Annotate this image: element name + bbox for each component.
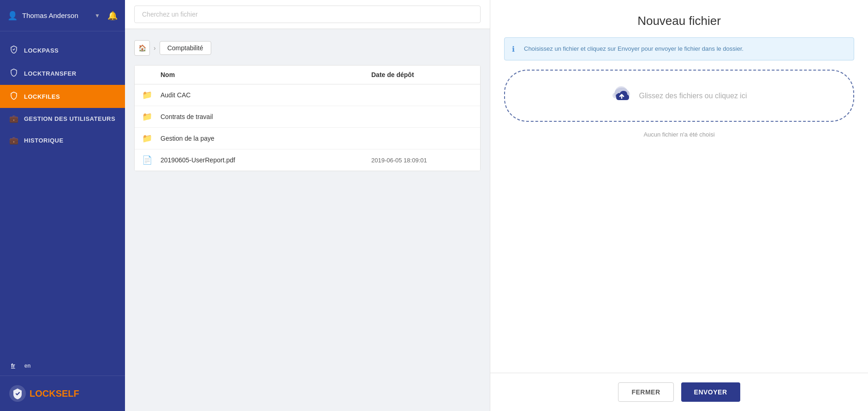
file-date: 2019-06-05 18:09:01 xyxy=(371,157,473,164)
breadcrumb-home-button[interactable]: 🏠 xyxy=(134,40,150,56)
file-name: Gestion de la paye xyxy=(161,135,371,142)
sidebar-item-gestion[interactable]: 💼 GESTION DES UTILISATEURS xyxy=(0,108,125,130)
no-file-text: Aucun fichier n'a été choisi xyxy=(490,131,868,138)
breadcrumb-current-folder[interactable]: Comptabilité xyxy=(160,41,211,55)
table-row[interactable]: 📁 Gestion de la paye xyxy=(135,128,480,149)
file-table-name-header: Nom xyxy=(161,71,371,78)
close-button[interactable]: FERMER xyxy=(618,382,673,402)
send-button[interactable]: ENVOYER xyxy=(681,382,740,402)
sidebar-item-lockpass[interactable]: LOCKPASS xyxy=(0,39,125,62)
table-row[interactable]: 📁 Contrats de travail xyxy=(135,106,480,128)
briefcase-icon: 💼 xyxy=(9,114,18,123)
chevron-down-icon: ▼ xyxy=(95,12,100,19)
upload-dropzone[interactable]: Glissez des fichiers ou cliquez ici xyxy=(504,70,854,122)
file-browser: 🏠 › Comptabilité Nom Date de dépôt 📁 Aud… xyxy=(125,29,490,411)
shield-files-icon xyxy=(9,91,18,101)
table-row[interactable]: 📁 Audit CAC xyxy=(135,84,480,106)
sidebar-item-gestion-label: GESTION DES UTILISATEURS xyxy=(24,115,115,122)
info-box: ℹ Choisissez un fichier et cliquez sur E… xyxy=(504,37,854,60)
info-icon: ℹ xyxy=(512,45,519,54)
folder-icon: 📁 xyxy=(142,90,161,100)
bell-icon[interactable]: 🔔 xyxy=(107,11,118,21)
main-content: 🏠 › Comptabilité Nom Date de dépôt 📁 Aud… xyxy=(125,0,490,411)
sidebar-logo: LOCKSELF xyxy=(0,375,125,411)
pdf-icon: 📄 xyxy=(142,155,161,165)
folder-icon: 📁 xyxy=(142,112,161,122)
sidebar-item-lockfiles[interactable]: LOCKFILES xyxy=(0,85,125,108)
file-table-header: Nom Date de dépôt xyxy=(135,66,480,84)
lang-switcher: fr en xyxy=(0,356,125,375)
folder-icon: 📁 xyxy=(142,133,161,143)
file-name: Audit CAC xyxy=(161,91,371,99)
history-icon: 💼 xyxy=(9,136,18,145)
lockself-logo-icon xyxy=(9,385,26,402)
panel-footer: FERMER ENVOYER xyxy=(490,373,868,411)
search-input[interactable] xyxy=(134,6,481,23)
upload-label: Glissez des fichiers ou cliquez ici xyxy=(639,92,747,100)
sidebar-item-locktransfer-label: LOCKTRANSFER xyxy=(24,70,77,77)
sidebar-item-lockfiles-label: LOCKFILES xyxy=(24,93,60,100)
sidebar-item-lockpass-label: LOCKPASS xyxy=(24,47,59,54)
file-table-date-header: Date de dépôt xyxy=(371,71,473,78)
shield-icon xyxy=(9,45,18,55)
sidebar-item-historique[interactable]: 💼 HISTORIQUE xyxy=(0,130,125,151)
upload-cloud-icon xyxy=(612,84,632,107)
lang-en-button[interactable]: en xyxy=(23,362,33,370)
sidebar-item-locktransfer[interactable]: LOCKTRANSFER xyxy=(0,62,125,85)
breadcrumb-separator: › xyxy=(154,44,156,52)
lang-fr-button[interactable]: fr xyxy=(9,362,17,370)
info-text: Choisissez un fichier et cliquez sur Env… xyxy=(524,44,743,54)
file-table-icon-col xyxy=(142,71,161,78)
file-name: Contrats de travail xyxy=(161,113,371,120)
lockself-logo-text: LOCKSELF xyxy=(30,388,79,399)
right-panel: Nouveau fichier ℹ Choisissez un fichier … xyxy=(490,0,868,411)
file-table: Nom Date de dépôt 📁 Audit CAC 📁 Contrats… xyxy=(134,65,481,171)
search-bar xyxy=(125,0,490,29)
user-header[interactable]: 👤 Thomas Anderson ▼ 🔔 xyxy=(0,0,125,31)
breadcrumb: 🏠 › Comptabilité xyxy=(134,40,481,56)
table-row[interactable]: 📄 20190605-UserReport.pdf 2019-06-05 18:… xyxy=(135,149,480,171)
username: Thomas Anderson xyxy=(22,12,95,19)
sidebar-nav: LOCKPASS LOCKTRANSFER LOCKFILES 💼 GESTIO… xyxy=(0,31,125,356)
sidebar: 👤 Thomas Anderson ▼ 🔔 LOCKPASS LOCKTRANS… xyxy=(0,0,125,411)
shield-transfer-icon xyxy=(9,68,18,78)
file-name: 20190605-UserReport.pdf xyxy=(161,156,371,164)
sidebar-item-historique-label: HISTORIQUE xyxy=(24,137,64,144)
user-icon: 👤 xyxy=(7,11,18,21)
panel-title: Nouveau fichier xyxy=(490,0,868,37)
